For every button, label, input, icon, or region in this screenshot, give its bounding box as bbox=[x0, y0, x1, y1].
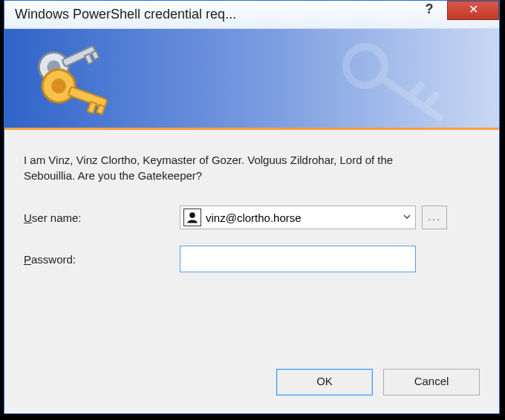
dialog-body: I am Vinz, Vinz Clortho, Keymaster of Go… bbox=[4, 130, 499, 303]
window-title: Windows PowerShell credential req... bbox=[4, 7, 416, 22]
cancel-button[interactable]: Cancel bbox=[383, 369, 480, 396]
username-combo[interactable] bbox=[180, 206, 416, 229]
svg-point-11 bbox=[189, 212, 195, 218]
keys-icon bbox=[31, 42, 113, 124]
user-avatar-icon bbox=[183, 209, 201, 226]
titlebar[interactable]: Windows PowerShell credential req... ? ✕ bbox=[4, 1, 499, 29]
password-label: Password: bbox=[24, 253, 180, 266]
ok-button[interactable]: OK bbox=[276, 369, 373, 396]
svg-rect-5 bbox=[91, 50, 100, 59]
banner-bg-key-icon bbox=[321, 36, 469, 125]
username-label: User name: bbox=[24, 211, 180, 224]
svg-rect-9 bbox=[88, 102, 97, 114]
browse-button[interactable]: ... bbox=[422, 206, 447, 229]
password-input[interactable] bbox=[180, 246, 416, 272]
chevron-down-icon[interactable] bbox=[399, 212, 415, 223]
dialog-message: I am Vinz, Vinz Clortho, Keymaster of Go… bbox=[24, 152, 440, 183]
close-button[interactable]: ✕ bbox=[447, 1, 499, 20]
banner bbox=[4, 29, 499, 130]
username-row: User name: ... bbox=[24, 206, 480, 229]
username-input[interactable] bbox=[201, 211, 399, 224]
password-row: Password: bbox=[24, 246, 480, 272]
credential-dialog-window: Windows PowerShell credential req... ? ✕ bbox=[4, 0, 500, 414]
username-field-wrap: ... bbox=[180, 206, 447, 229]
dialog-buttons: OK Cancel bbox=[276, 369, 480, 396]
help-button[interactable]: ? bbox=[416, 1, 443, 20]
titlebar-controls: ? ✕ bbox=[416, 1, 499, 28]
